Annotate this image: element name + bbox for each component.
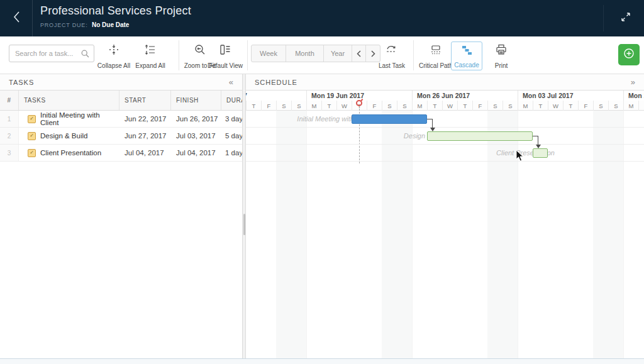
header-separator: [603, 5, 604, 31]
column-header-finish: FINISH: [171, 91, 221, 110]
dependency-arrow: [430, 128, 435, 131]
add-task-button[interactable]: [618, 44, 640, 65]
task-start-date: Jun 22, 2017: [119, 111, 171, 127]
day-header-cell: S: [502, 101, 518, 111]
last-task-icon: [385, 43, 399, 56]
day-header-cell: S: [608, 101, 623, 111]
week-header-cell: Mon 26 Jun 2017: [412, 91, 518, 101]
day-header-cell: [638, 101, 644, 111]
view-option-month[interactable]: Month: [286, 45, 324, 62]
weekend-stripe: [487, 111, 502, 358]
gantt-chart-area: Initial Meeting with ClientDesign & Buil…: [246, 111, 644, 358]
task-row[interactable]: 1✓Initial Meeting with ClientJun 22, 201…: [0, 111, 242, 128]
day-header-cell: T: [563, 101, 578, 111]
chevron-left-icon: [13, 11, 20, 26]
task-start-date: Jul 04, 2017: [119, 145, 171, 161]
task-duration: 3 days: [221, 111, 242, 127]
zoom-to-fit-icon: [194, 43, 206, 56]
schedule-panel: SCHEDULE » 7Mon 19 Jun 2017Mon 26 Jun 20…: [246, 74, 644, 358]
column-header-duration: DURAT: [221, 91, 242, 110]
day-header-cell: S: [382, 101, 397, 111]
weekend-stripe: [502, 111, 518, 358]
task-duration: 1 days: [221, 145, 242, 161]
toolbar: Collapse All Expand All Zoom to Fit: [0, 36, 644, 74]
day-header-cell: M: [623, 101, 638, 111]
task-finish-date: Jul 04, 2017: [171, 145, 221, 161]
task-name: Initial Meeting with Client: [40, 111, 119, 126]
task-row[interactable]: 2✓Design & BuildJun 27, 2017Jul 03, 2017…: [0, 128, 242, 145]
day-header-cell: F: [472, 101, 487, 111]
task-row-number: 3: [0, 145, 19, 161]
dependency-connector: [538, 136, 538, 145]
page-title: Professional Services Project: [40, 4, 191, 18]
cascade-button[interactable]: Cascade: [451, 41, 482, 70]
week-header-cell: Mon 19 Jun 2017: [306, 91, 412, 101]
week-boundary-line: [306, 111, 307, 358]
timeline-prev-button[interactable]: [352, 45, 366, 62]
tasks-panel: TASKS « # TASKS START FINISH DURAT 1✓Ini…: [0, 74, 242, 358]
toolbar-divider: [413, 40, 414, 70]
day-header-cell: W: [548, 101, 563, 111]
task-icon: ✓: [28, 132, 36, 140]
week-header-cell: 7: [246, 91, 306, 101]
task-duration: 5 days: [221, 128, 242, 144]
fullscreen-toggle-button[interactable]: [615, 8, 636, 29]
collapse-all-button[interactable]: Collapse All: [96, 41, 132, 70]
horizontal-scrollbar[interactable]: [0, 358, 644, 364]
day-header-cell: S: [276, 101, 291, 111]
task-row-number: 2: [0, 128, 19, 144]
day-header-cell: T: [246, 101, 261, 111]
toolbar-divider: [179, 40, 179, 70]
cascade-icon: [460, 44, 473, 57]
weekend-stripe: [382, 111, 397, 358]
day-header-row: TFSSMTWTFSSMTWTFSSMTWTFSSM: [246, 101, 644, 111]
task-icon: ✓: [28, 115, 36, 123]
weekend-stripe: [397, 111, 412, 358]
task-finish-date: Jul 03, 2017: [171, 128, 221, 144]
weekend-stripe: [593, 111, 608, 358]
print-icon: [495, 43, 508, 56]
task-name-cell: ✓Client Presentation: [19, 145, 119, 161]
view-option-year[interactable]: Year: [324, 45, 352, 62]
task-name: Design & Build: [40, 132, 87, 140]
expand-all-button[interactable]: Expand All: [132, 41, 169, 70]
weekend-stripe: [276, 111, 291, 358]
expand-panel-button[interactable]: »: [631, 77, 635, 87]
critical-path-button[interactable]: Critical Path: [416, 41, 455, 70]
add-circle-icon: [623, 48, 635, 62]
tasks-panel-title: TASKS: [9, 79, 34, 86]
critical-path-icon: [430, 43, 442, 56]
day-header-cell: S: [593, 101, 608, 111]
week-boundary-line: [518, 111, 518, 358]
search-input[interactable]: [9, 50, 81, 57]
task-table-header: # TASKS START FINISH DURAT: [0, 91, 242, 111]
task-name-cell: ✓Initial Meeting with Client: [19, 111, 119, 127]
task-row[interactable]: 3✓Client PresentationJul 04, 2017Jul 04,…: [0, 145, 242, 162]
divider-handle-icon: [243, 214, 245, 235]
day-header-cell: T: [321, 101, 336, 111]
collapse-panel-button[interactable]: «: [229, 77, 233, 87]
task-name-cell: ✓Design & Build: [19, 128, 119, 144]
gantt-bar[interactable]: [352, 114, 427, 124]
day-header-cell: W: [336, 101, 352, 111]
default-view-button[interactable]: Default View: [205, 41, 245, 70]
last-task-button[interactable]: Last Task: [374, 41, 409, 70]
task-finish-date: Jun 26, 2017: [171, 111, 221, 127]
collapse-all-icon: [108, 43, 120, 56]
view-option-week[interactable]: Week: [252, 45, 286, 62]
project-due-label: PROJECT DUE:: [40, 22, 87, 28]
weekend-stripe: [291, 111, 306, 358]
project-due-value: No Due Date: [92, 21, 129, 28]
column-header-start: START: [119, 91, 171, 110]
expand-all-icon: [144, 43, 157, 56]
gantt-bar[interactable]: [427, 131, 533, 141]
dependency-arrow: [536, 145, 541, 148]
back-button[interactable]: [0, 0, 33, 36]
week-boundary-line: [412, 111, 413, 358]
print-button[interactable]: Print: [486, 41, 516, 70]
week-header-cell: Mon 1: [623, 91, 644, 101]
day-header-cell: M: [306, 101, 321, 111]
weekend-stripe: [608, 111, 623, 358]
gantt-bar[interactable]: [533, 148, 548, 158]
task-search: [9, 45, 94, 62]
